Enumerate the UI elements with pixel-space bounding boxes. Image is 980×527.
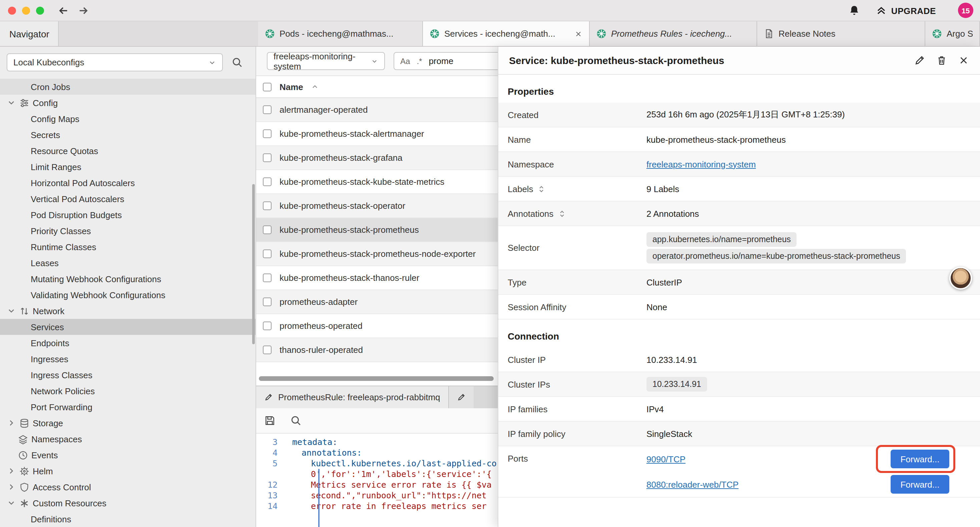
service-name: kube-prometheus-stack-prometheus [280, 225, 419, 235]
detail-row-session-affinity: Session AffinityNone [498, 295, 980, 320]
chevron-down-icon[interactable] [7, 306, 16, 315]
row-checkbox[interactable] [263, 250, 272, 258]
row-checkbox[interactable] [263, 298, 272, 306]
search-icon[interactable] [231, 57, 243, 68]
line-number: 3 [256, 437, 287, 447]
sidebar-item-label: Helm [33, 466, 53, 476]
detail-value: ClusterIP [646, 277, 980, 287]
sidebar-item-network[interactable]: Network [0, 303, 256, 319]
chevron-right-icon[interactable] [7, 466, 16, 476]
sidebar-item-label: Ingresses [31, 354, 68, 364]
sidebar-item-priority-classes[interactable]: Priority Classes [0, 223, 256, 239]
sidebar-item-mutating-webhook-configurations[interactable]: Mutating Webhook Configurations [0, 271, 256, 287]
sidebar-item-namespaces[interactable]: Namespaces [0, 431, 256, 447]
sidebar-item-events[interactable]: Events [0, 447, 256, 463]
tab-argo-se[interactable]: Argo Se [925, 21, 980, 46]
tab-release-notes[interactable]: Release Notes [757, 21, 925, 46]
back-icon[interactable] [57, 5, 69, 17]
horizontal-scrollbar[interactable] [259, 376, 494, 381]
port-link[interactable]: 8080:reloader-web/TCP [646, 479, 738, 489]
namespace-selector[interactable]: freeleaps-monitoring-system [267, 52, 385, 70]
kubeconfig-selector[interactable]: Local Kubeconfigs [7, 53, 223, 72]
sidebar-item-pod-disruption-budgets[interactable]: Pod Disruption Budgets [0, 207, 256, 223]
sidebar-item-port-forwarding[interactable]: Port Forwarding [0, 399, 256, 415]
select-all-checkbox[interactable] [263, 83, 272, 91]
detail-label: Session Affinity [508, 302, 646, 312]
sidebar-item-helm[interactable]: Helm [0, 463, 256, 479]
expand-toggle-icon[interactable] [557, 209, 566, 218]
dock-tab-prometheusrule[interactable]: PrometheusRule: freeleaps-prod-rabbitmq [256, 386, 449, 408]
sidebar-item-leases[interactable]: Leases [0, 255, 256, 271]
chevron-right-icon[interactable] [7, 482, 16, 492]
detail-label-text: Cluster IPs [508, 379, 550, 389]
sidebar-item-storage[interactable]: Storage [0, 415, 256, 431]
name-column-header[interactable]: Name [280, 82, 303, 92]
port-link[interactable]: 9090/TCP [646, 454, 686, 464]
traffic-light-zoom[interactable] [36, 7, 44, 15]
tab-pods-icecheng-mathmas[interactable]: Pods - icecheng@mathmas... [258, 21, 423, 46]
detail-label-text: Selector [508, 243, 539, 253]
dock-tab-partial[interactable] [449, 386, 474, 408]
sidebar-item-config[interactable]: Config [0, 95, 256, 111]
bell-icon[interactable] [849, 5, 860, 16]
row-checkbox[interactable] [263, 177, 272, 186]
sidebar-item-definitions[interactable]: Definitions [0, 511, 256, 527]
traffic-light-minimize[interactable] [22, 7, 30, 15]
sidebar-scrollbar[interactable] [252, 184, 255, 344]
forward-button[interactable]: Forward... [891, 475, 949, 494]
row-checkbox[interactable] [263, 226, 272, 234]
tab-label: Services - icecheng@math... [444, 29, 555, 39]
sidebar-item-validating-webhook-configurations[interactable]: Validating Webhook Configurations [0, 287, 256, 303]
row-checkbox[interactable] [263, 153, 272, 162]
sidebar-item-config-maps[interactable]: Config Maps [0, 111, 256, 127]
namespace-link[interactable]: freeleaps-monitoring-system [646, 159, 756, 169]
expand-toggle-icon[interactable] [538, 185, 546, 193]
chevron-down-icon[interactable] [7, 98, 16, 107]
search-icon[interactable] [290, 415, 302, 426]
sidebar-item-resource-quotas[interactable]: Resource Quotas [0, 143, 256, 159]
forward-button[interactable]: Forward... [891, 450, 949, 468]
sidebar-item-horizontal-pod-autoscalers[interactable]: Horizontal Pod Autoscalers [0, 175, 256, 191]
row-checkbox[interactable] [263, 201, 272, 210]
edit-icon[interactable] [914, 55, 925, 66]
sidebar-item-runtime-classes[interactable]: Runtime Classes [0, 239, 256, 255]
chevron-right-icon[interactable] [7, 418, 16, 428]
tab-services-icecheng-math[interactable]: Services - icecheng@math... [423, 21, 590, 46]
tab-prometheus-rules-icecheng[interactable]: Prometheus Rules - icecheng... [590, 21, 757, 46]
code-text: metadata: [287, 437, 337, 447]
navigator-panel-tab[interactable]: Navigator [0, 21, 59, 46]
close-icon[interactable] [958, 55, 969, 66]
row-checkbox[interactable] [263, 274, 272, 282]
upgrade-button[interactable]: UPGRADE [876, 4, 936, 18]
service-name: prometheus-adapter [280, 297, 358, 307]
avatar[interactable] [949, 267, 972, 290]
sidebar-item-endpoints[interactable]: Endpoints [0, 335, 256, 351]
traffic-light-close[interactable] [8, 7, 16, 15]
sidebar-item-secrets[interactable]: Secrets [0, 127, 256, 143]
sidebar-item-vertical-pod-autoscalers[interactable]: Vertical Pod Autoscalers [0, 191, 256, 207]
trash-icon[interactable] [936, 55, 947, 66]
row-checkbox[interactable] [263, 322, 272, 330]
chevron-down-icon[interactable] [7, 498, 16, 508]
row-checkbox[interactable] [263, 129, 272, 138]
tab-label: Argo Se [947, 29, 973, 39]
sidebar-item-access-control[interactable]: Access Control [0, 479, 256, 495]
sidebar-item-ingresses[interactable]: Ingresses [0, 351, 256, 367]
regex-toggle[interactable]: .* [417, 56, 422, 66]
sidebar-item-limit-ranges[interactable]: Limit Ranges [0, 159, 256, 175]
sidebar-item-custom-resources[interactable]: Custom Resources [0, 495, 256, 511]
sidebar-item-services[interactable]: Services [0, 319, 256, 335]
notification-count-badge[interactable]: 15 [958, 3, 973, 18]
kubernetes-icon [265, 29, 275, 39]
sidebar-item-network-policies[interactable]: Network Policies [0, 383, 256, 399]
row-checkbox[interactable] [263, 105, 272, 114]
port-line: 9090/TCPForward... [646, 446, 967, 471]
match-case-toggle[interactable]: Aa [400, 56, 410, 66]
sidebar-item-ingress-classes[interactable]: Ingress Classes [0, 367, 256, 383]
sidebar-item-label: Custom Resources [33, 498, 107, 508]
save-icon[interactable] [264, 415, 275, 426]
sidebar-item-cron-jobs[interactable]: Cron Jobs [0, 79, 256, 95]
row-checkbox[interactable] [263, 345, 272, 354]
close-icon[interactable] [574, 30, 582, 38]
forward-icon[interactable] [77, 5, 89, 17]
